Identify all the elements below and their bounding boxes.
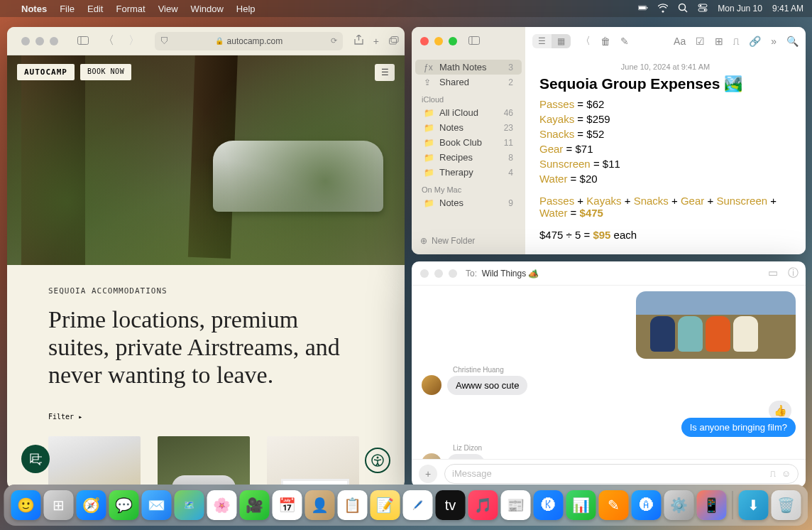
dock-trash[interactable]: 🗑️	[772, 490, 801, 520]
hamburger-menu-icon[interactable]: ☰	[375, 64, 395, 81]
thumb-airstream[interactable]	[158, 436, 250, 489]
dock-app-reminders[interactable]: 📋	[338, 490, 368, 520]
menu-format[interactable]: Format	[116, 4, 145, 14]
dock-app-photos[interactable]: 🌸	[207, 490, 237, 520]
menu-help[interactable]: Help	[236, 4, 256, 14]
dock-app-calendar[interactable]: 📅	[273, 490, 302, 520]
zoom-button[interactable]	[449, 269, 457, 278]
new-folder-button[interactable]: ⊕ New Folder	[412, 232, 525, 250]
dock-downloads[interactable]: ⬇︎	[739, 490, 769, 520]
format-icon[interactable]: Aa	[674, 36, 686, 47]
sidebar-toggle-icon[interactable]	[74, 33, 92, 49]
forward-button[interactable]: 〉	[125, 32, 143, 50]
thumb-interior[interactable]	[48, 436, 141, 489]
dock-app-pages[interactable]: ✎	[599, 490, 629, 520]
media-icon[interactable]: ⎍	[733, 36, 739, 47]
dock-app-freeform[interactable]: 🖊️	[403, 490, 433, 520]
gallery-view-icon[interactable]: ▦	[552, 34, 571, 48]
more-icon[interactable]: »	[771, 36, 777, 47]
dock-app-mail[interactable]: ✉️	[142, 490, 172, 520]
book-now-button[interactable]: BOOK NOW	[80, 64, 131, 80]
wifi-icon[interactable]	[658, 3, 668, 15]
dock-app-appstore[interactable]: 🅐	[632, 490, 662, 520]
close-button[interactable]	[21, 37, 30, 45]
sidebar-folder[interactable]: 📁Notes23	[415, 120, 522, 135]
dock-app-settings[interactable]: ⚙️	[664, 490, 694, 520]
checklist-icon[interactable]: ☑	[696, 36, 705, 47]
close-button[interactable]	[420, 37, 429, 45]
dock-app-finder[interactable]: 🙂	[11, 490, 41, 520]
emoji-icon[interactable]: ☺	[781, 468, 791, 479]
new-note-icon[interactable]: ✎	[620, 36, 629, 47]
message-input[interactable]: iMessage ⎍☺	[444, 464, 799, 484]
avatar[interactable]	[422, 453, 441, 459]
sidebar-smart-shared[interactable]: ⇪ Shared 2	[415, 75, 522, 90]
share-icon[interactable]	[354, 35, 363, 48]
menu-edit[interactable]: Edit	[87, 4, 103, 14]
menubar-date[interactable]: Mon Jun 10	[718, 4, 762, 13]
reload-icon[interactable]: ⟳	[331, 36, 337, 45]
apps-plus-icon[interactable]: +	[419, 465, 437, 483]
sidebar-folder[interactable]: 📁Recipes8	[415, 150, 522, 165]
avatar[interactable]	[422, 375, 441, 395]
sidebar-section-header[interactable]: iCloud	[412, 90, 525, 105]
sidebar-folder[interactable]: 📁Therapy4	[415, 165, 522, 180]
dock-app-numbers[interactable]: 📊	[566, 490, 596, 520]
search-icon[interactable]: 🔍	[786, 36, 799, 47]
close-button[interactable]	[420, 269, 429, 278]
dock-app-facetime[interactable]: 🎥	[240, 490, 270, 520]
zoom-button[interactable]	[449, 37, 457, 45]
sidebar-folder[interactable]: 📁Book Club11	[415, 135, 522, 150]
zoom-button[interactable]	[50, 37, 58, 45]
menu-view[interactable]: View	[158, 4, 178, 14]
control-center-icon[interactable]	[698, 3, 708, 15]
photo-attachment[interactable]	[636, 291, 796, 359]
minimize-button[interactable]	[35, 37, 44, 45]
facetime-video-icon[interactable]: ▭	[768, 266, 778, 280]
info-icon[interactable]: ⓘ	[788, 266, 799, 280]
dock-app-launchpad[interactable]: ⊞	[44, 490, 74, 520]
menu-file[interactable]: File	[60, 4, 75, 14]
site-logo[interactable]: AUTOCAMP	[17, 64, 75, 80]
view-toggle[interactable]: ☰▦	[532, 34, 571, 48]
back-button[interactable]: 〈	[99, 32, 118, 50]
sidebar-folder[interactable]: 📁All iCloud46	[415, 105, 522, 120]
message-in[interactable]: I am!	[447, 454, 485, 459]
dock-app-news[interactable]: 📰	[501, 490, 531, 520]
dock-app-maps[interactable]: 🗺️	[175, 490, 204, 520]
dock-app-iphone-mirror[interactable]: 📱	[697, 490, 727, 520]
dock-app-contacts[interactable]: 👤	[305, 490, 335, 520]
dock-app-safari[interactable]: 🧭	[77, 490, 106, 520]
tabs-icon[interactable]	[389, 36, 399, 47]
dock-app-music[interactable]: 🎵	[468, 490, 498, 520]
delete-icon[interactable]: 🗑	[600, 36, 610, 47]
address-bar[interactable]: ⛉ 🔒 autocamp.com ⟳	[155, 32, 343, 50]
table-icon[interactable]: ⊞	[715, 36, 723, 47]
message-in[interactable]: Awww soo cute	[447, 376, 527, 395]
link-icon[interactable]: 🔗	[749, 36, 761, 47]
thumb-bedroom[interactable]	[267, 436, 359, 489]
dock-app-tv[interactable]: tv	[436, 490, 466, 520]
battery-icon[interactable]	[638, 3, 648, 15]
accessibility-fab[interactable]	[365, 448, 390, 473]
dock-app-notes[interactable]: 📝	[371, 490, 400, 520]
sidebar-smart-math[interactable]: ƒx Math Notes 3	[415, 60, 522, 75]
minimize-button[interactable]	[434, 269, 443, 278]
message-thread[interactable]: Christine Huang Awww soo cute 👍 Is anyon…	[412, 286, 806, 459]
minimize-button[interactable]	[434, 37, 443, 45]
new-tab-icon[interactable]: +	[373, 36, 379, 47]
back-icon[interactable]: 〈	[581, 35, 591, 48]
sidebar-toggle-icon[interactable]	[468, 35, 480, 48]
audio-wave-icon[interactable]: ⎍	[770, 468, 776, 479]
note-editor[interactable]: June 10, 2024 at 9:41 AM Sequoia Group E…	[525, 55, 806, 254]
app-menu[interactable]: Notes	[21, 4, 47, 14]
message-out[interactable]: Is anyone bringing film?	[681, 418, 796, 437]
menubar-time[interactable]: 9:41 AM	[772, 4, 803, 13]
chat-fab[interactable]	[21, 445, 50, 473]
list-view-icon[interactable]: ☰	[532, 34, 552, 48]
dock-app-messages[interactable]: 💬	[109, 490, 139, 520]
filter-button[interactable]: Filter ▸	[48, 413, 82, 421]
sidebar-section-header[interactable]: On My Mac	[412, 180, 525, 195]
menu-window[interactable]: Window	[191, 4, 224, 14]
dock-app-keynote[interactable]: 🅚	[534, 490, 564, 520]
